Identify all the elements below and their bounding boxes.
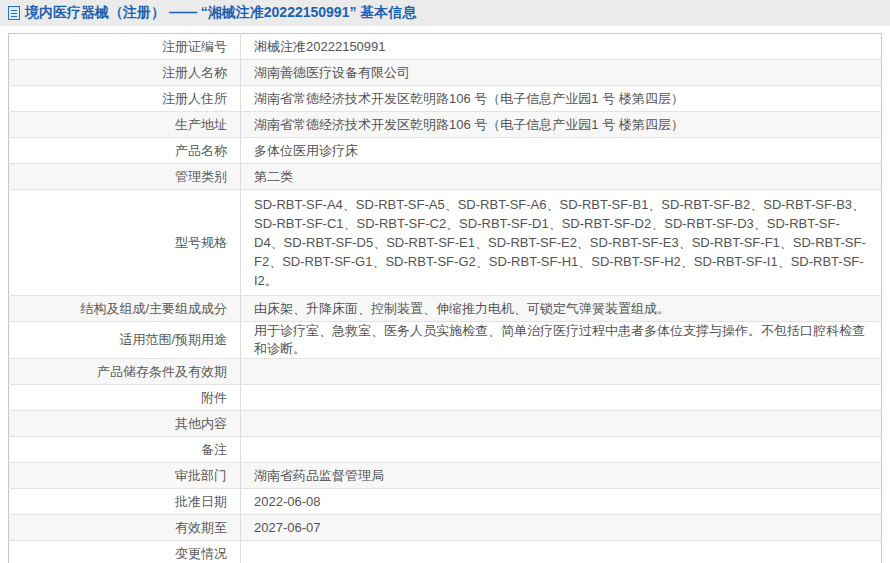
row-label: 注册人住所 — [9, 86, 241, 112]
page-header: 境内医疗器械（注册） —— “湘械注准20222150991” 基本信息 — [0, 0, 890, 26]
row-label: 产品名称 — [9, 138, 241, 164]
row-value: 多体位医用诊疗床 — [241, 138, 882, 164]
row-value: 湖南省药品监督管理局 — [241, 463, 882, 489]
table-row: 附件 — [9, 385, 882, 411]
table-row: 适用范围/预期用途 用于诊疗室、急救室、医务人员实施检查、简单治疗医疗过程中患者… — [9, 322, 882, 359]
row-label: 有效期至 — [9, 515, 241, 541]
table-row: 变更情况 — [9, 541, 882, 563]
row-label: 型号规格 — [9, 190, 241, 296]
row-value — [241, 437, 882, 463]
table-row: 其他内容 — [9, 411, 882, 437]
row-label: 生产地址 — [9, 112, 241, 138]
table-row: 产品储存条件及有效期 — [9, 359, 882, 385]
document-icon — [8, 6, 20, 20]
page-title: 境内医疗器械（注册） —— “湘械注准20222150991” 基本信息 — [25, 4, 416, 22]
row-label: 变更情况 — [9, 541, 241, 563]
row-label: 其他内容 — [9, 411, 241, 437]
row-label: 附件 — [9, 385, 241, 411]
row-value — [241, 411, 882, 437]
registration-info-table: 注册证编号 湘械注准20222150991 注册人名称 湖南善德医疗设备有限公司… — [8, 33, 882, 563]
table-row: 注册人名称 湖南善德医疗设备有限公司 — [9, 60, 882, 86]
table-row: 批准日期 2022-06-08 — [9, 489, 882, 515]
row-value: 2027-06-07 — [241, 515, 882, 541]
row-label: 注册人名称 — [9, 60, 241, 86]
row-label: 结构及组成/主要组成成分 — [9, 296, 241, 322]
table-row: 管理类别 第二类 — [9, 164, 882, 190]
row-label: 适用范围/预期用途 — [9, 322, 241, 359]
registration-info-section: 注册证编号 湘械注准20222150991 注册人名称 湖南善德医疗设备有限公司… — [8, 33, 882, 563]
table-row: 审批部门 湖南省药品监督管理局 — [9, 463, 882, 489]
table-row: 有效期至 2027-06-07 — [9, 515, 882, 541]
table-row: 备注 — [9, 437, 882, 463]
row-value — [241, 359, 882, 385]
row-value: 湖南省常德经济技术开发区乾明路106 号（电子信息产业园1 号 楼第四层） — [241, 86, 882, 112]
row-value: 由床架、升降床面、控制装置、伸缩推力电机、可锁定气弹簧装置组成。 — [241, 296, 882, 322]
row-label: 备注 — [9, 437, 241, 463]
table-row: 产品名称 多体位医用诊疗床 — [9, 138, 882, 164]
row-value: 湖南省常德经济技术开发区乾明路106 号（电子信息产业园1 号 楼第四层） — [241, 112, 882, 138]
row-value: 用于诊疗室、急救室、医务人员实施检查、简单治疗医疗过程中患者多体位支撑与操作。不… — [241, 322, 882, 359]
table-row: 生产地址 湖南省常德经济技术开发区乾明路106 号（电子信息产业园1 号 楼第四… — [9, 112, 882, 138]
table-row: 注册人住所 湖南省常德经济技术开发区乾明路106 号（电子信息产业园1 号 楼第… — [9, 86, 882, 112]
table-row: 注册证编号 湘械注准20222150991 — [9, 34, 882, 60]
row-value — [241, 541, 882, 563]
row-value: 2022-06-08 — [241, 489, 882, 515]
row-value: 湘械注准20222150991 — [241, 34, 882, 60]
row-label: 产品储存条件及有效期 — [9, 359, 241, 385]
row-label: 审批部门 — [9, 463, 241, 489]
row-label: 管理类别 — [9, 164, 241, 190]
row-value: 湖南善德医疗设备有限公司 — [241, 60, 882, 86]
row-label: 注册证编号 — [9, 34, 241, 60]
row-label: 批准日期 — [9, 489, 241, 515]
table-row: 结构及组成/主要组成成分 由床架、升降床面、控制装置、伸缩推力电机、可锁定气弹簧… — [9, 296, 882, 322]
row-value — [241, 385, 882, 411]
table-row: 型号规格 SD-RBT-SF-A4、SD-RBT-SF-A5、SD-RBT-SF… — [9, 190, 882, 296]
row-value: 第二类 — [241, 164, 882, 190]
row-value: SD-RBT-SF-A4、SD-RBT-SF-A5、SD-RBT-SF-A6、S… — [241, 190, 882, 296]
